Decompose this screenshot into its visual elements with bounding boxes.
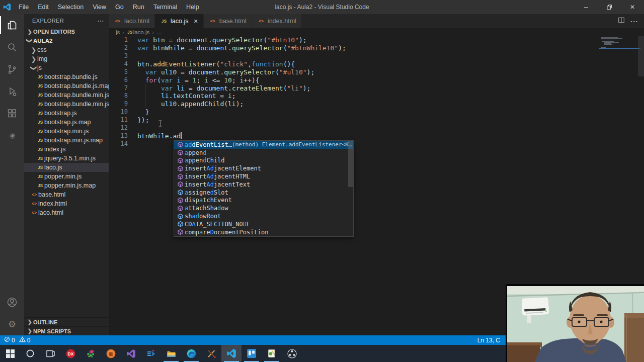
tree-item-laco.js[interactable]: JSlaco.js: [24, 163, 109, 172]
menu-item-edit[interactable]: Edit: [33, 0, 53, 14]
suggest-item-CDATA_SECTION_NODE[interactable]: CDATA_SECTION_NODE: [174, 220, 353, 228]
breadcrumb-item[interactable]: JSlaco.js: [127, 29, 150, 35]
green-app-icon: [86, 349, 96, 358]
taskbar-task-view[interactable]: [40, 345, 60, 362]
close-button[interactable]: ✕: [621, 0, 644, 14]
tree-item-bootstrap.bundle.js[interactable]: JSbootstrap.bundle.js: [24, 72, 109, 81]
tree-item-img[interactable]: ❯img: [24, 54, 109, 63]
code-line: 5 var ul10 = document.querySelector("#ul…: [109, 68, 644, 76]
method-icon: [176, 141, 185, 148]
suggest-item-dispatchEvent[interactable]: dispatchEvent: [174, 197, 353, 205]
restore-button[interactable]: [598, 0, 621, 14]
taskbar-fist-app[interactable]: [101, 345, 121, 362]
taskbar-devexpress[interactable]: DX: [60, 345, 80, 362]
suggest-item-addEventList[interactable]: addEventList…(method) Element.addEventLi…: [174, 141, 353, 149]
taskbar-edge[interactable]: [181, 345, 201, 362]
minimize-button[interactable]: [575, 0, 598, 14]
suggest-scrollbar[interactable]: [348, 141, 353, 187]
suggest-item-append[interactable]: append: [174, 149, 353, 157]
activity-settings-gear[interactable]: ⚙: [0, 313, 24, 335]
open-editors-section[interactable]: ❯ OPEN EDITORS: [24, 27, 109, 36]
tree-item-bootstrap.min.js[interactable]: JSbootstrap.min.js: [24, 127, 109, 136]
tree-item-bootstrap.js[interactable]: JSbootstrap.js: [24, 109, 109, 118]
taskbar-vscode[interactable]: [221, 345, 242, 362]
sidebar-section-npm-scripts[interactable]: ❯NPM SCRIPTS: [24, 326, 109, 335]
menu-item-run[interactable]: Run: [128, 0, 149, 14]
tree-item-popper.min.js.map[interactable]: JSpopper.min.js.map: [24, 181, 109, 190]
taskbar-visual-studio[interactable]: [121, 345, 141, 362]
html-file-icon: <>: [209, 19, 217, 24]
taskbar-obs[interactable]: [282, 345, 302, 362]
more-actions-icon[interactable]: ⋯: [630, 17, 638, 26]
workspace-root-folder[interactable]: ❯ AULA2: [24, 36, 109, 45]
activity-search[interactable]: [0, 36, 24, 58]
tree-item-index.html[interactable]: <>index.html: [24, 199, 109, 208]
menu-item-view[interactable]: View: [88, 0, 111, 14]
taskbar-file-explorer[interactable]: [161, 345, 181, 362]
suggest-item-insertAdjacentElement[interactable]: insertAdjacentElement: [174, 164, 353, 172]
activity-extension-badge[interactable]: [0, 125, 24, 147]
menu-item-go[interactable]: Go: [111, 0, 128, 14]
line-number: 2: [109, 44, 128, 52]
tree-item-css[interactable]: ❯css: [24, 45, 109, 54]
close-icon[interactable]: ✕: [193, 18, 198, 25]
more-actions-icon[interactable]: ⋯: [97, 17, 105, 25]
menu-item-terminal[interactable]: Terminal: [149, 0, 182, 14]
menu-item-selection[interactable]: Selection: [53, 0, 88, 14]
suggest-item-assignedSlot[interactable]: assignedSlot: [174, 189, 353, 197]
editor-scrollbar[interactable]: [638, 36, 644, 76]
suggest-item-compareDocumentPosition[interactable]: compareDocumentPosition: [174, 228, 353, 236]
tab-base-html[interactable]: <>base.html: [204, 14, 252, 28]
suggest-item-appendChild[interactable]: appendChild: [174, 157, 353, 165]
menu-item-help[interactable]: Help: [182, 0, 204, 14]
taskbar-cortana-search[interactable]: [20, 345, 40, 362]
breadcrumb-item[interactable]: …: [156, 29, 163, 35]
taskbar-notes-app[interactable]: [262, 345, 282, 362]
activity-run-debug[interactable]: [0, 80, 24, 103]
html-file-icon: <>: [257, 19, 265, 24]
tab-laco-html[interactable]: <>laco.html: [109, 14, 154, 28]
tree-item-bootstrap.bundle.min.js[interactable]: JSbootstrap.bundle.min.js: [24, 90, 109, 100]
taskbar-blue-bars-app[interactable]: [141, 345, 161, 362]
js-file-icon: JS: [36, 129, 44, 134]
js-file-icon: JS: [36, 138, 44, 143]
activity-extensions[interactable]: [0, 103, 24, 125]
cursor-position[interactable]: Ln 13, C: [477, 337, 500, 344]
tree-item-jquery-3.5.1.min.js[interactable]: JSjquery-3.5.1.min.js: [24, 154, 109, 163]
tree-item-bootstrap.min.js.map[interactable]: JSbootstrap.min.js.map: [24, 136, 109, 145]
tree-item-popper.min.js[interactable]: JSpopper.min.js: [24, 172, 109, 181]
activity-files[interactable]: [0, 14, 24, 36]
extension-badge-icon: [9, 133, 16, 139]
tree-item-bootstrap.js.map[interactable]: JSbootstrap.js.map: [24, 118, 109, 127]
line-number: 14: [109, 140, 128, 148]
tab-laco-js[interactable]: JSlaco.js✕: [155, 14, 203, 28]
taskbar-trello[interactable]: [242, 345, 262, 362]
tab-index-html[interactable]: <>index.html: [252, 14, 301, 28]
problems-indicator[interactable]: 0 0: [4, 336, 30, 344]
tree-item-index.js[interactable]: JSindex.js: [24, 145, 109, 154]
blue-bars-app-icon: [146, 349, 156, 358]
method-icon: [176, 165, 185, 172]
split-editor-icon[interactable]: [618, 17, 625, 26]
taskbar-paint-tool[interactable]: [201, 345, 221, 362]
taskbar-green-app[interactable]: [80, 345, 101, 362]
breadcrumb-item[interactable]: js: [116, 29, 120, 35]
html-file-icon: <>: [30, 201, 38, 206]
tree-item-bootstrap.bundle.min.js.map[interactable]: JSbootstrap.bundle.min.js.map: [24, 100, 109, 109]
suggest-item-insertAdjacentText[interactable]: insertAdjacentText: [174, 180, 353, 189]
tree-item-js[interactable]: ❯js: [24, 63, 109, 72]
suggest-item-shadowRoot[interactable]: shadowRoot: [174, 212, 353, 220]
tree-item-base.html[interactable]: <>base.html: [24, 190, 109, 199]
activity-source-control[interactable]: [0, 58, 24, 80]
method-icon: [176, 149, 185, 156]
menu-item-file[interactable]: File: [14, 0, 33, 14]
minimap-line: [601, 46, 602, 46]
method-icon: [176, 205, 185, 212]
suggest-item-attachShadow[interactable]: attachShadow: [174, 204, 353, 212]
sidebar-section-outline[interactable]: ❯OUTLINE: [24, 317, 109, 326]
taskbar-windows-start[interactable]: [0, 345, 20, 362]
tree-item-laco.html[interactable]: <>laco.html: [24, 208, 109, 217]
activity-account[interactable]: [0, 291, 24, 313]
suggest-item-insertAdjacentHTML[interactable]: insertAdjacentHTML: [174, 172, 353, 180]
tree-item-bootstrap.bundle.js.map[interactable]: JSbootstrap.bundle.js.map: [24, 81, 109, 90]
